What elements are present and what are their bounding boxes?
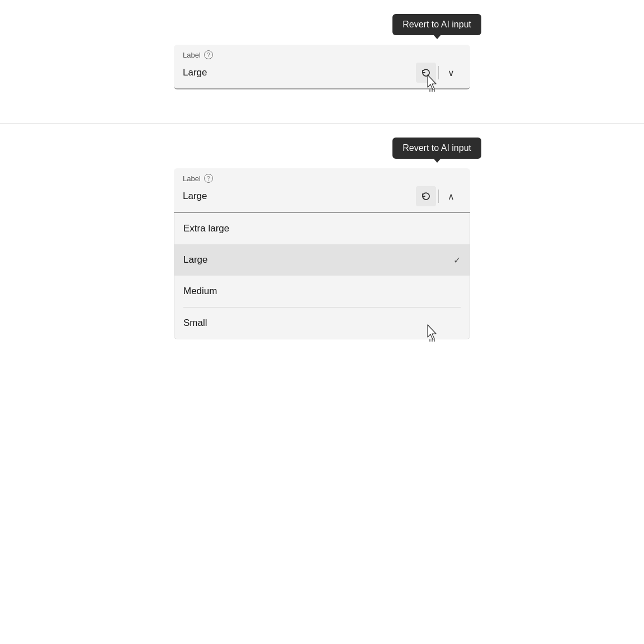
top-chevron-icon: ∨ [448, 68, 454, 78]
bottom-revert-button[interactable] [416, 186, 436, 206]
dropdown-item-label-medium: Medium [183, 286, 217, 297]
top-chevron-button[interactable]: ∨ [441, 63, 461, 83]
bottom-divider-vertical [438, 190, 439, 203]
tooltip-top: Revert to AI input [392, 14, 481, 35]
dropdown-item-medium[interactable]: Medium [174, 276, 470, 307]
cursor-bottom [425, 324, 441, 344]
tooltip-top-label: Revert to AI input [402, 20, 471, 29]
bottom-field-actions: ∧ [416, 186, 461, 206]
top-field-wrapper: Label ? Large [174, 45, 470, 89]
top-field-label: Label [183, 51, 201, 59]
tooltip-bottom-label: Revert to AI input [402, 143, 471, 153]
top-field-actions: ∨ [416, 63, 461, 83]
top-label-row: Label ? [183, 50, 461, 59]
bottom-widget: Revert to AI input Label ? Large [174, 168, 470, 339]
top-widget: Revert to AI input Label ? Large [174, 45, 470, 89]
cursor-top [425, 74, 441, 94]
dropdown-item-label-small: Small [183, 318, 207, 329]
bottom-chevron-button[interactable]: ∧ [441, 186, 461, 206]
bottom-label-row: Label ? [183, 174, 461, 183]
dropdown-item-large[interactable]: Large ✓ [174, 244, 470, 276]
bottom-help-icon[interactable]: ? [204, 174, 213, 183]
dropdown-item-extra-large[interactable]: Extra large [174, 213, 470, 244]
bottom-field-value: Large [183, 191, 416, 202]
dropdown-check-icon: ✓ [453, 255, 461, 266]
dropdown-item-label-extra-large: Extra large [183, 223, 229, 234]
top-help-icon[interactable]: ? [204, 50, 213, 59]
revert-icon-bottom [421, 191, 431, 201]
bottom-chevron-icon: ∧ [448, 191, 454, 202]
top-field-value: Large [183, 67, 416, 78]
top-control-row: Large [183, 63, 461, 88]
dropdown-menu: Extra large Large ✓ Medium Small [174, 213, 470, 339]
bottom-field-label: Label [183, 174, 201, 183]
tooltip-bottom: Revert to AI input [392, 138, 481, 159]
bottom-field-wrapper: Label ? Large [174, 168, 470, 213]
dropdown-item-label-large: Large [183, 254, 207, 266]
bottom-control-row: Large [183, 186, 461, 212]
